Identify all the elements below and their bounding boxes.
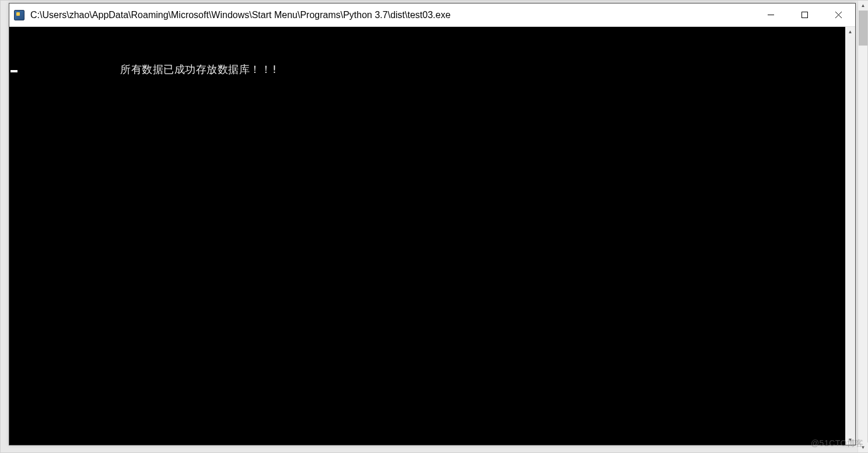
page-scrollbar[interactable]: ▲ ▼ — [858, 1, 867, 452]
app-icon — [14, 10, 24, 20]
close-icon — [835, 12, 842, 18]
watermark-text: @51CTO博客 — [811, 438, 864, 449]
scroll-up-icon[interactable]: ▲ — [845, 27, 855, 37]
console-cursor — [10, 70, 18, 72]
scrollbar-thumb[interactable] — [859, 11, 867, 46]
console-area: 所有数据已成功存放数据库！！! ▲ ▼ — [9, 27, 855, 445]
maximize-icon — [802, 12, 808, 18]
window-title: C:\Users\zhao\AppData\Roaming\Microsoft\… — [30, 10, 754, 20]
page-background: ▲ ▼ C:\Users\zhao\AppData\Roaming\Micros… — [0, 0, 868, 453]
scroll-up-icon[interactable]: ▲ — [858, 1, 868, 11]
console-content[interactable]: 所有数据已成功存放数据库！！! — [9, 27, 845, 445]
window-controls — [754, 4, 855, 26]
maximize-button[interactable] — [788, 4, 821, 26]
titlebar[interactable]: C:\Users\zhao\AppData\Roaming\Microsoft\… — [9, 4, 855, 27]
svg-rect-1 — [802, 12, 807, 18]
console-window: C:\Users\zhao\AppData\Roaming\Microsoft\… — [9, 3, 856, 445]
console-scrollbar[interactable]: ▲ ▼ — [845, 27, 855, 445]
close-button[interactable] — [821, 4, 855, 26]
minimize-button[interactable] — [754, 4, 788, 26]
console-output-line: 所有数据已成功存放数据库！！! — [9, 63, 845, 76]
minimize-icon — [768, 12, 774, 18]
